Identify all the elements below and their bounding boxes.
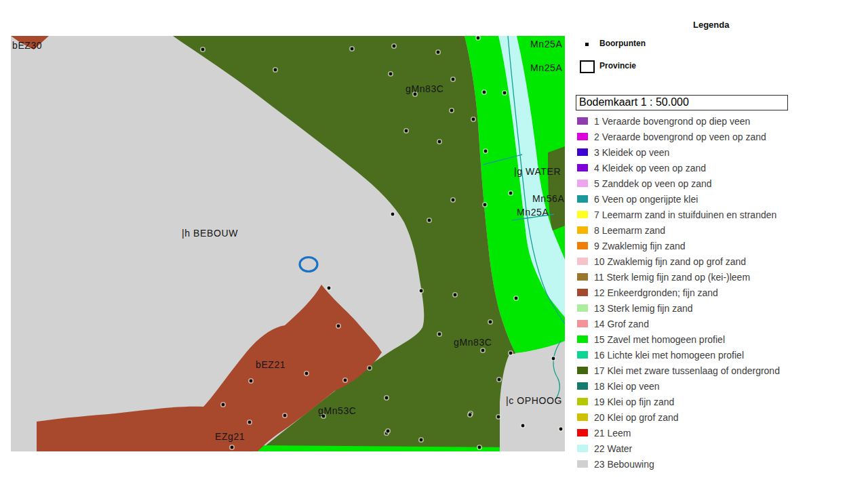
boorpunt-dot	[438, 333, 441, 336]
boorpunt-dot	[481, 349, 485, 352]
legend-class-item: 2 Veraarde bovengrond op veen op zand	[576, 129, 800, 144]
soil-map[interactable]: bEZ30gMn83CMn25AMn25A|g WATERMn56AMn25A|…	[11, 36, 565, 451]
legend-class-swatch	[577, 273, 588, 281]
legend-class-label: 21 Leem	[594, 428, 631, 439]
legend-class-label: 6 Veen op ongerijpte klei	[594, 194, 698, 205]
boorpunt-dot	[509, 192, 513, 195]
map-region-label: Mn56A	[532, 193, 564, 204]
boorpunt-dot	[351, 47, 354, 51]
boorpunt-dot	[438, 140, 441, 144]
boorpunt-dot	[231, 446, 234, 449]
map-region-label: bEZ21	[256, 359, 285, 370]
legend-class-swatch	[577, 398, 588, 405]
boorpunt-dot	[452, 78, 455, 81]
boorpunt-dot	[387, 430, 390, 433]
map-region-label: gMn53C	[318, 405, 357, 416]
provincie-rect-icon	[580, 60, 595, 73]
boorpunt-dot	[497, 415, 500, 419]
legend-class-item: 22 Water	[576, 441, 800, 456]
legend-class-label: 20 Klei op grof zand	[594, 412, 679, 423]
boorpunt-dot	[478, 446, 481, 449]
boorpunt-dot	[484, 150, 488, 153]
legend-class-label: 22 Water	[594, 443, 632, 454]
map-region-label: |g WATER	[514, 166, 561, 177]
boorpunt-dot	[344, 379, 347, 382]
legend-class-swatch	[577, 367, 588, 374]
legend-class-label: 9 Zwaklemig fijn zand	[594, 241, 686, 251]
legend-class-item: 17 Klei met zware tussenlaag of ondergro…	[576, 363, 800, 378]
boorpunt-dot	[405, 129, 408, 133]
boorpunt-dot	[250, 380, 253, 383]
legend-class-swatch	[577, 258, 588, 265]
boorpunt-dot	[515, 297, 518, 300]
boorpunt-dot	[222, 403, 225, 407]
legend-class-swatch	[577, 180, 588, 187]
map-region-label: EZg21	[215, 431, 245, 442]
legend-class-item: 5 Zanddek op veen op zand	[576, 176, 800, 191]
legend-class-swatch	[577, 242, 588, 249]
map-region-label: bEZ30	[12, 40, 42, 51]
boorpunt-dot	[391, 213, 395, 216]
legend-class-swatch	[577, 164, 588, 171]
legend-class-item: 12 Enkeerdgronden; fijn zand	[576, 285, 800, 300]
map-region-label: Mn25A	[517, 207, 549, 218]
legend-class-item: 23 Bebouwing	[576, 456, 800, 472]
map-region-label: Mn25A	[530, 62, 562, 73]
legend-class-label: 12 Enkeerdgronden; fijn zand	[594, 287, 718, 298]
boorpunt-dot	[393, 45, 396, 48]
legend-class-swatch	[577, 117, 588, 125]
legend-class-label: 3 Kleidek op veen	[594, 147, 669, 158]
boorpunten-label: Boorpunten	[599, 39, 646, 48]
map-region-klei-olive-east	[548, 146, 565, 230]
legend-class-item: 15 Zavel met homogeen profiel	[576, 331, 800, 347]
legend-class-swatch	[577, 289, 588, 296]
legend-class-swatch	[577, 445, 588, 452]
legend-class-label: 19 Klei op fijn zand	[594, 396, 674, 407]
boorpunt-dot	[454, 293, 457, 297]
legend-class-item: 4 Kleidek op veen op zand	[576, 160, 800, 176]
boorpunt-dot	[503, 92, 507, 95]
legend-class-label: 1 Veraarde bovengrond op diep veen	[594, 116, 750, 127]
legend-class-swatch	[577, 148, 588, 156]
legend-class-item: 8 Leemarm zand	[576, 222, 800, 238]
map-region-label: |c OPHOOG	[506, 395, 562, 406]
layer-title-header[interactable]: Bodemkaart 1 : 50.000	[576, 95, 788, 110]
legend-title: Legenda	[693, 20, 729, 30]
boorpunt-dot	[552, 357, 555, 361]
legend-class-item: 16 Lichte klei met homogeen profiel	[576, 347, 800, 363]
legend-class-swatch	[577, 382, 588, 390]
legend-class-swatch	[577, 460, 588, 468]
legend-class-item: 9 Zwaklemig fijn zand	[576, 238, 800, 253]
legend-class-label: 16 Lichte klei met homogeen profiel	[594, 350, 744, 361]
legend-class-item: 13 Sterk lemig fijn zand	[576, 300, 800, 316]
boorpunt-dot	[428, 219, 431, 222]
boorpunt-dot	[559, 428, 563, 431]
map-region-label: gMn83C	[454, 337, 492, 348]
legend-class-label: 11 Sterk lemig fijn zand op (kei-)leem	[594, 272, 750, 283]
legend-class-item: 14 Grof zand	[576, 316, 800, 331]
boorpunt-dot	[498, 378, 501, 382]
map-region-label: Mn25A	[530, 39, 562, 49]
boorpunt-dot	[420, 439, 423, 442]
legend-class-swatch	[577, 351, 588, 359]
boorpunt-dot	[328, 287, 331, 290]
legend-class-swatch	[577, 336, 588, 343]
boorpunt-dot	[274, 68, 277, 72]
legend-class-label: 18 Klei op veen	[594, 381, 660, 392]
boorpunt-dot	[450, 109, 454, 113]
boorpunt-dot	[477, 37, 480, 40]
map-region-label: |h BEBOUW	[182, 228, 238, 239]
boorpunt-dot	[469, 413, 472, 417]
boorpunt-dot	[201, 48, 205, 52]
provincie-label: Provincie	[599, 61, 636, 70]
legend-class-item: 18 Klei op veen	[576, 378, 800, 394]
boorpunt-dot	[521, 424, 525, 428]
legend-class-item: 21 Leem	[576, 425, 800, 441]
legend-class-label: 23 Bebouwing	[594, 459, 654, 470]
boorpunt-dot	[385, 396, 389, 400]
legend-class-list: 1 Veraarde bovengrond op diep veen2 Vera…	[576, 113, 800, 472]
legend-class-item: 6 Veen op ongerijpte klei	[576, 191, 800, 207]
legend-class-label: 8 Leemarm zand	[594, 225, 665, 236]
boorpunt-dot	[452, 199, 455, 202]
boorpunt-dot	[337, 325, 340, 328]
